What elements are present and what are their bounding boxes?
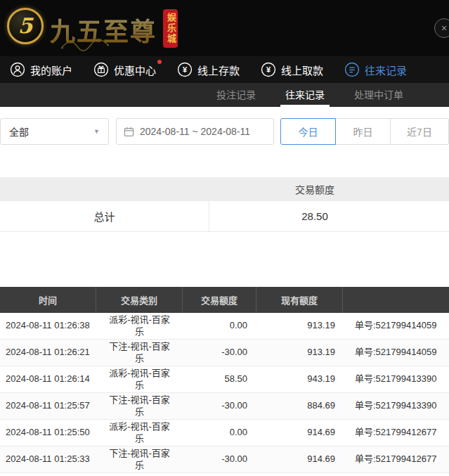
cell-amount: 58.50 bbox=[183, 373, 256, 385]
cell-time: 2024-08-11 01:26:21 bbox=[0, 347, 96, 359]
cell-balance: 913.19 bbox=[256, 347, 343, 359]
cell-amount: 0.00 bbox=[183, 427, 256, 439]
records-table: 时间交易类别交易额度现有额度 2024-08-11 01:26:38派彩-视讯-… bbox=[0, 287, 449, 473]
column-header-type: 交易类别 bbox=[96, 287, 183, 313]
column-header-time: 时间 bbox=[0, 287, 96, 313]
cell-amount: -30.00 bbox=[183, 347, 256, 359]
chevron-down-icon: ▼ bbox=[93, 128, 100, 135]
nav-item-label: 我的账户 bbox=[30, 63, 72, 77]
cell-balance: 914.69 bbox=[256, 454, 343, 465]
record-tabs: 投注记录往来记录处理中订单 bbox=[0, 83, 449, 107]
records-table-body: 2024-08-11 01:26:38派彩-视讯-百家乐0.00913.19单号… bbox=[0, 313, 449, 473]
ornament-flourish-icon bbox=[60, 38, 110, 52]
notification-dot bbox=[157, 60, 162, 64]
brand-emblem-icon: 5 bbox=[7, 8, 44, 44]
nav-item-promo-center[interactable]: 优惠中心 bbox=[93, 62, 156, 77]
tab-bet-records[interactable]: 投注记录 bbox=[212, 83, 261, 107]
cell-time: 2024-08-11 01:26:14 bbox=[0, 373, 96, 385]
nav-item-online-deposit[interactable]: ¥线上存款 bbox=[177, 62, 240, 77]
column-header-balance: 现有额度 bbox=[256, 287, 343, 313]
table-row: 2024-08-11 01:25:50派彩-视讯-百家乐0.00914.69单号… bbox=[0, 420, 449, 446]
column-header-amount: 交易额度 bbox=[183, 287, 256, 313]
summary-table: 交易额度 总计 28.50 bbox=[0, 177, 449, 232]
nav-item-label: 优惠中心 bbox=[114, 63, 156, 77]
last7days-button[interactable]: 近7日 bbox=[390, 118, 449, 145]
summary-total-value: 28.50 bbox=[209, 201, 420, 231]
cell-order: 单号:521799412677 bbox=[343, 427, 449, 439]
date-range-value: 2024-08-11 ~ 2024-08-11 bbox=[140, 126, 250, 137]
tab-processing-orders[interactable]: 处理中订单 bbox=[349, 83, 408, 107]
calendar-icon bbox=[124, 127, 134, 137]
summary-header-row: 交易额度 bbox=[0, 177, 449, 201]
cell-amount: -30.00 bbox=[183, 400, 256, 412]
deposit-icon: ¥ bbox=[177, 62, 193, 77]
cell-balance: 884.69 bbox=[256, 400, 343, 412]
user-icon bbox=[10, 62, 25, 77]
tab-transaction-records[interactable]: 往来记录 bbox=[280, 83, 330, 107]
summary-total-label: 总计 bbox=[0, 201, 209, 231]
cell-type: 下注-视讯-百家乐 bbox=[96, 340, 183, 366]
cell-balance: 913.19 bbox=[256, 320, 343, 332]
site-header: 5 九五至尊 娱乐城 × bbox=[0, 0, 449, 56]
cell-order: 单号:521799413390 bbox=[343, 400, 449, 412]
category-select-value: 全部 bbox=[9, 124, 29, 139]
filter-row: 全部 ▼ 2024-08-11 ~ 2024-08-11 今日昨日近7日 bbox=[0, 118, 449, 145]
records-table-header: 时间交易类别交易额度现有额度 bbox=[0, 287, 449, 313]
table-row: 2024-08-11 01:26:14派彩-视讯-百家乐58.50943.19单… bbox=[0, 366, 449, 393]
nav-item-my-account[interactable]: 我的账户 bbox=[10, 62, 72, 77]
nav-item-label: 线上存款 bbox=[197, 63, 240, 77]
cell-time: 2024-08-11 01:25:33 bbox=[0, 454, 96, 465]
nav-item-label: 线上取款 bbox=[281, 63, 323, 77]
table-row: 2024-08-11 01:25:57下注-视讯-百家乐-30.00884.69… bbox=[0, 393, 449, 420]
records-icon bbox=[344, 62, 360, 77]
today-button[interactable]: 今日 bbox=[280, 118, 336, 145]
gift-icon bbox=[93, 62, 109, 77]
svg-text:¥: ¥ bbox=[183, 65, 188, 74]
table-row: 2024-08-11 01:25:33下注-视讯-百家乐-30.00914.69… bbox=[0, 446, 449, 473]
category-select[interactable]: 全部 ▼ bbox=[0, 118, 109, 145]
table-row: 2024-08-11 01:26:21下注-视讯-百家乐-30.00913.19… bbox=[0, 340, 449, 366]
cell-order: 单号:521799413390 bbox=[343, 373, 449, 385]
withdraw-icon: ¥ bbox=[261, 62, 276, 77]
yesterday-button[interactable]: 昨日 bbox=[335, 118, 391, 145]
nav-item-label: 往来记录 bbox=[365, 63, 407, 77]
brand-badge: 娱乐城 bbox=[163, 9, 178, 48]
nav-item-online-withdraw[interactable]: ¥线上取款 bbox=[261, 62, 323, 77]
cell-type: 下注-视讯-百家乐 bbox=[96, 446, 183, 473]
page: 5 九五至尊 娱乐城 × 我的账户优惠中心¥线上存款¥线上取款往来记录 投注记录… bbox=[0, 0, 449, 476]
cell-time: 2024-08-11 01:25:57 bbox=[0, 400, 96, 412]
cell-balance: 914.69 bbox=[256, 427, 343, 439]
cell-order: 单号:521799414059 bbox=[343, 347, 449, 359]
main-nav: 我的账户优惠中心¥线上存款¥线上取款往来记录 bbox=[0, 56, 449, 83]
summary-total-row: 总计 28.50 bbox=[0, 201, 449, 232]
header-corner-close-icon[interactable]: × bbox=[434, 18, 449, 38]
cell-balance: 943.19 bbox=[256, 373, 343, 385]
cell-amount: -30.00 bbox=[183, 454, 256, 465]
summary-header-label: 交易额度 bbox=[209, 182, 420, 196]
nav-item-transaction-records[interactable]: 往来记录 bbox=[344, 62, 407, 77]
cell-order: 单号:521799412677 bbox=[343, 454, 449, 465]
cell-type: 派彩-视讯-百家乐 bbox=[96, 420, 183, 446]
date-range-picker[interactable]: 2024-08-11 ~ 2024-08-11 bbox=[116, 118, 274, 145]
cell-type: 派彩-视讯-百家乐 bbox=[96, 366, 183, 393]
quick-range-buttons: 今日昨日近7日 bbox=[280, 118, 449, 145]
cell-time: 2024-08-11 01:25:50 bbox=[0, 427, 96, 439]
brand-emblem-char: 5 bbox=[18, 15, 33, 37]
svg-text:¥: ¥ bbox=[266, 65, 271, 74]
cell-time: 2024-08-11 01:26:38 bbox=[0, 320, 96, 332]
cell-type: 下注-视讯-百家乐 bbox=[96, 393, 183, 420]
table-row: 2024-08-11 01:26:38派彩-视讯-百家乐0.00913.19单号… bbox=[0, 313, 449, 340]
cell-order: 单号:521799414059 bbox=[343, 320, 449, 332]
column-header-order bbox=[343, 287, 449, 313]
cell-amount: 0.00 bbox=[183, 320, 256, 332]
cell-type: 派彩-视讯-百家乐 bbox=[96, 313, 183, 340]
